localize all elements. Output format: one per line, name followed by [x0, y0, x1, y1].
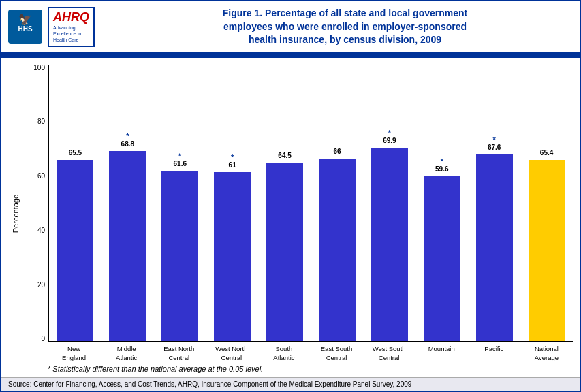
ahrq-title: AHRQ — [53, 10, 89, 24]
x-labels: NewEnglandMiddleAtlanticEast NorthCentra… — [48, 342, 573, 362]
bar-star: * — [424, 157, 460, 165]
bar-group: 65.5 — [49, 65, 101, 342]
hhs-logo: HHS 🦅 — [8, 10, 42, 44]
y-tick-label: 20 — [37, 282, 45, 289]
bar-group: 69.9* — [363, 65, 415, 342]
logo-area: HHS 🦅 AHRQ Advancing Excellence in Healt… — [8, 7, 117, 46]
bar: 59.6* — [424, 176, 460, 341]
bar: 69.9* — [371, 148, 408, 341]
x-axis-label: West NorthCentral — [205, 342, 257, 362]
chart-section: Percentage 100806040200 65.568.8*61.6*61… — [1, 58, 580, 377]
bar: 65.4 — [529, 160, 565, 341]
header: HHS 🦅 AHRQ Advancing Excellence in Healt… — [1, 1, 580, 54]
svg-text:🦅: 🦅 — [18, 13, 32, 26]
x-axis-label: SouthAtlantic — [257, 342, 310, 362]
bar-group: 59.6* — [415, 65, 468, 342]
bar-value-label: 66 — [319, 148, 356, 155]
bar: 64.5 — [266, 163, 303, 341]
bar: 65.5 — [57, 160, 94, 341]
x-axis-label: Pacific — [468, 342, 520, 362]
bar-value-label: 65.4 — [529, 149, 565, 157]
bar-value-label: 68.8 — [109, 140, 146, 148]
x-axis-label: MiddleAtlantic — [100, 342, 153, 362]
bar-value-label: 59.6 — [424, 165, 460, 173]
bar: 61.6* — [161, 171, 198, 341]
chart-wrapper: Percentage 100806040200 65.568.8*61.6*61… — [8, 65, 573, 362]
bar-group: 68.8* — [101, 65, 154, 342]
chart-inner: 100806040200 65.568.8*61.6*61*64.56669.9… — [20, 65, 573, 343]
source-text: Source: Center for Financing, Access, an… — [8, 380, 411, 388]
y-tick-label: 60 — [37, 173, 45, 180]
main-container: HHS 🦅 AHRQ Advancing Excellence in Healt… — [0, 0, 581, 392]
bar-group: 67.6* — [468, 65, 520, 342]
y-axis-label: Percentage — [8, 65, 20, 362]
x-axis-label: East SouthCentral — [310, 342, 362, 362]
ahrq-subtitle: Advancing Excellence in Health Care — [53, 24, 89, 43]
source-bar: Source: Center for Financing, Access, an… — [1, 377, 580, 391]
bar-value-label: 67.6 — [476, 144, 513, 151]
bar-value-label: 61 — [214, 161, 251, 169]
bar-group: 61.6* — [154, 65, 206, 342]
svg-text:HHS: HHS — [18, 25, 32, 33]
bar-group: 65.4 — [520, 65, 573, 342]
bar: 67.6* — [476, 154, 513, 342]
bar-star: * — [161, 152, 198, 160]
x-axis-label: NewEngland — [48, 342, 100, 362]
bar-star: * — [476, 135, 513, 144]
x-axis-label: West SouthCentral — [363, 342, 415, 362]
bar-star: * — [371, 129, 408, 137]
bar-value-label: 61.6 — [161, 160, 198, 167]
y-tick-label: 100 — [33, 65, 45, 71]
chart-title: Figure 1. Percentage of all state and lo… — [117, 7, 573, 47]
bar: 68.8* — [109, 151, 146, 342]
bars-container: 65.568.8*61.6*61*64.56669.9*59.6*67.6*65… — [48, 65, 573, 343]
bar-star: * — [109, 132, 146, 140]
ahrq-logo: AHRQ Advancing Excellence in Health Care — [48, 7, 95, 46]
bar-group: 64.5 — [259, 65, 311, 342]
x-axis-label: Mountain — [415, 342, 468, 362]
x-axis-label: NationalAverage — [520, 342, 573, 362]
bar-star: * — [214, 153, 251, 161]
y-tick-label: 0 — [41, 336, 45, 342]
y-tick-label: 80 — [37, 118, 45, 125]
bar-group: 66 — [311, 65, 364, 342]
footnote: * Statistically different than the natio… — [8, 362, 573, 374]
bar-value-label: 69.9 — [371, 137, 408, 144]
bar: 66 — [319, 159, 356, 341]
bar-value-label: 64.5 — [266, 152, 303, 159]
y-tick-label: 40 — [37, 227, 45, 234]
bar: 61* — [214, 172, 251, 341]
chart-area: 100806040200 65.568.8*61.6*61*64.56669.9… — [20, 65, 573, 362]
y-labels: 100806040200 — [20, 65, 48, 343]
x-axis-label: East NorthCentral — [153, 342, 205, 362]
bar-value-label: 65.5 — [57, 149, 94, 157]
bar-group: 61* — [206, 65, 259, 342]
grid-and-bars: 100806040200 65.568.8*61.6*61*64.56669.9… — [20, 65, 573, 343]
